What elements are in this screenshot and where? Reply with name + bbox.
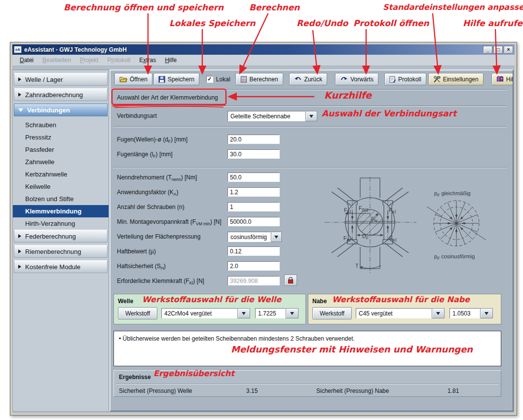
welle-number-select[interactable]: 1.7225	[255, 308, 299, 318]
nabe-material-value: C45 vergütet	[356, 308, 432, 318]
haftbeiwert-input[interactable]	[227, 246, 280, 256]
save-button[interactable]: Speichern	[153, 73, 199, 85]
menu-datei[interactable]: Datei	[15, 57, 38, 64]
sidebar-header-federberechnung[interactable]: Federberechnung	[14, 230, 108, 243]
results-title: Ergebnisse	[119, 374, 151, 381]
sidebar-item-presssitz[interactable]: Presssitz	[13, 131, 109, 143]
annotation-meldung: Meldungsfenster mit Hinweisen und Warnun…	[231, 344, 473, 354]
flaechenpressung-label: Verteilung der Flächenpressung	[117, 233, 200, 241]
verbindungsart-select[interactable]: Geteilte Scheibennabe	[227, 111, 317, 121]
verbindungsart-label: Verbindungsart	[117, 112, 157, 119]
quick-help-text: Auswahl der Art der Klemmverbindung	[117, 94, 218, 101]
fugen-durchmesser-input[interactable]	[227, 135, 280, 144]
chevron-right-icon	[18, 265, 21, 269]
sidebar-item-hirth-verzahnung[interactable]: Hirth-Verzahnung	[13, 217, 109, 230]
main-panel: Öffnen Speichern ✓ Lokal Berechnen	[110, 70, 514, 412]
flaechenpressung-select[interactable]: cosinusförmig	[227, 232, 282, 242]
separator	[116, 384, 499, 385]
lock-button[interactable]	[284, 275, 297, 286]
nabe-werkstoff-button[interactable]: Werkstoff	[312, 307, 352, 319]
sidebar-item-kerbzahnwelle[interactable]: Kerbzahnwelle	[13, 168, 109, 180]
result-value-welle: 3.15	[246, 387, 258, 394]
sidebar-item-zahnwelle[interactable]: Zahnwelle	[13, 156, 109, 168]
document-icon	[389, 76, 396, 83]
open-button[interactable]: Öffnen	[114, 73, 152, 85]
result-value-nabe: 1.81	[448, 387, 459, 394]
haftsicherheit-label: Haftsicherheit (SH)	[117, 263, 166, 271]
anwendungsfaktor-input[interactable]	[227, 187, 280, 197]
navigation-sidebar: Welle / Lager Zahnradberechnung Verbindu…	[12, 70, 109, 412]
diagram-label-pf-uniform: pF gleichmäßig	[434, 190, 471, 198]
sidebar-header-kostenfreie-module[interactable]: Kostenfreie Module	[14, 260, 108, 273]
anwendungsfaktor-label: Anwendungsfaktor (KA)	[117, 189, 178, 197]
dropdown-arrow-icon[interactable]	[286, 308, 299, 318]
annotation-ergebnis: Ergebnisübersicht	[153, 369, 234, 378]
diagram-label-pf-cosine: pF cosinusförmig	[434, 253, 475, 261]
menu-hilfe[interactable]: Hilfe	[160, 57, 181, 64]
sidebar-header-zahnradberechnung[interactable]: Zahnradberechnung	[14, 88, 108, 101]
calculate-button[interactable]: Berechnen	[235, 73, 283, 85]
result-label-nabe: Sicherheit (Pressung) Nabe	[316, 387, 389, 394]
clamp-connection-diagram	[323, 175, 503, 288]
local-checkbox[interactable]: ✓	[206, 76, 213, 83]
nabe-number-select[interactable]: 1.0503	[449, 308, 493, 318]
open-folder-icon	[119, 76, 127, 82]
dropdown-arrow-icon[interactable]	[480, 308, 493, 318]
maximize-button[interactable]: □	[493, 46, 503, 54]
nabe-title: Nabe	[312, 298, 327, 305]
window-title: eAssistant - GWJ Technology GmbH	[24, 46, 482, 53]
fugen-durchmesser-label: Fugen(Wellen)-ø (dF) [mm]	[117, 136, 187, 144]
settings-button[interactable]: Einstellungen	[428, 73, 484, 85]
dropdown-arrow-icon[interactable]	[305, 111, 317, 121]
klemmkraft-input	[227, 276, 280, 285]
sidebar-item-keilwelle[interactable]: Keilwelle	[13, 180, 109, 193]
montagevorspannkraft-input[interactable]	[227, 217, 280, 226]
dropdown-arrow-icon[interactable]	[237, 308, 250, 318]
anzahl-schrauben-input[interactable]	[227, 202, 280, 211]
diagram-label-fkl: FKl	[389, 235, 396, 243]
welle-werkstoff-button[interactable]: Werkstoff	[118, 307, 157, 319]
welle-material-select[interactable]: 42CrMo4 vergütet	[161, 308, 250, 318]
title-bar: eA eAssistant - GWJ Technology GmbH _ □ …	[12, 44, 515, 55]
verbindungsart-value: Geteilte Scheibennabe	[227, 111, 305, 121]
annotation-verbindungsart: Auswahl der Verbindungsart	[322, 108, 456, 118]
menu-projekt: Projekt	[75, 57, 103, 64]
local-checkbox-group[interactable]: ✓ Lokal	[206, 76, 230, 83]
sidebar-item-bolzen-und-stifte[interactable]: Bolzen und Stifte	[13, 193, 109, 205]
redo-arrow-icon	[340, 76, 348, 82]
help-button[interactable]: Hilfe	[491, 73, 514, 85]
sidebar-item-klemmverbindung[interactable]: Klemmverbindung	[13, 205, 109, 217]
sidebar-header-welle-lager[interactable]: Welle / Lager	[14, 73, 108, 86]
haftsicherheit-input[interactable]	[227, 261, 280, 271]
sidebar-header-verbindungen[interactable]: Verbindungen	[14, 104, 108, 116]
chevron-right-icon	[18, 93, 21, 97]
redo-button[interactable]: Vorwärts	[335, 73, 378, 85]
diagram-label-df: DF	[362, 233, 369, 241]
sidebar-item-schrauben[interactable]: Schrauben	[13, 119, 109, 131]
minimize-button[interactable]: _	[483, 46, 492, 54]
montagevorspannkraft-label: Min. Montagevorspannkraft (FVM min) [N]	[117, 218, 222, 226]
undo-button[interactable]: Zurück	[289, 73, 328, 85]
sidebar-item-passfeder[interactable]: Passfeder	[13, 143, 109, 156]
chevron-right-icon	[18, 249, 21, 253]
protocol-button[interactable]: Protokoll	[384, 73, 426, 85]
nenndrehmoment-input[interactable]	[227, 173, 280, 182]
dropdown-arrow-icon[interactable]	[432, 308, 445, 318]
haftbeiwert-label: Haftbeiwert (µ)	[117, 248, 156, 256]
chevron-right-icon	[18, 234, 21, 238]
undo-arrow-icon	[294, 76, 302, 82]
fugenlaenge-input[interactable]	[227, 149, 280, 159]
annotation-calculate: Berechnen	[249, 2, 299, 12]
close-button[interactable]: ×	[504, 46, 513, 54]
nabe-material-select[interactable]: C45 vergütet	[356, 308, 445, 318]
separator	[113, 105, 507, 106]
sidebar-header-riemenberechnung[interactable]: Riemenberechnung	[14, 245, 108, 258]
annotation-nabe: Werkstoffauswahl für die Nabe	[332, 295, 470, 304]
menu-extras[interactable]: Extras	[135, 57, 160, 64]
flaechenpressung-value: cosinusförmig	[227, 232, 271, 242]
dropdown-arrow-icon[interactable]	[271, 232, 282, 242]
annotation-open-save: Berechnung öffnen und speichern	[64, 2, 224, 12]
menu-protokoll: Protokoll	[103, 57, 135, 64]
chevron-down-icon	[18, 108, 23, 112]
diagram-label-t: T	[355, 263, 359, 269]
